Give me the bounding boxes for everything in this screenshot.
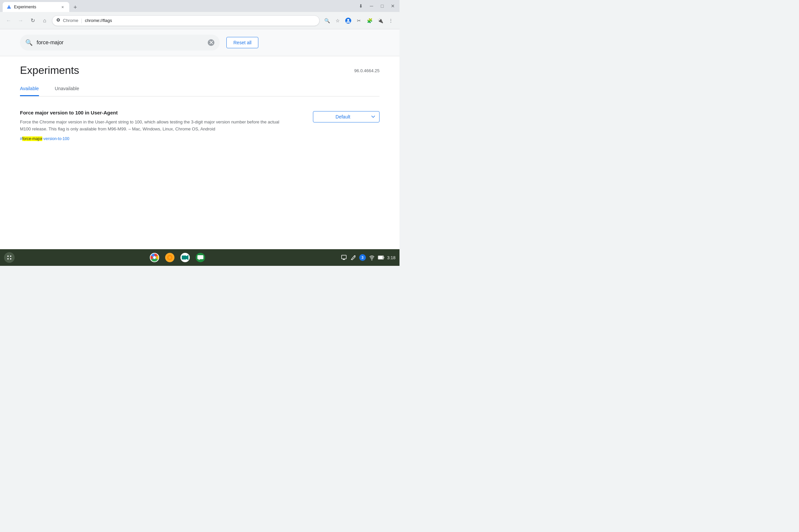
- svg-point-7: [10, 255, 11, 257]
- version-number: 96.0.4664.25: [354, 68, 379, 73]
- taskbar-number-badge: 3: [359, 254, 366, 261]
- svg-point-15: [168, 256, 171, 259]
- svg-text:!: !: [9, 6, 9, 8]
- url-brand: Chrome: [63, 18, 78, 23]
- search-clear-button[interactable]: ✕: [208, 39, 215, 46]
- tab-unavailable[interactable]: Unavailable: [55, 82, 79, 96]
- title-bar: ! Experiments ✕ + ⬇ ─ □ ✕: [0, 0, 400, 12]
- flag-select[interactable]: Default Enabled Disabled: [313, 111, 379, 122]
- taskbar-meet-app[interactable]: [179, 251, 191, 264]
- search-input[interactable]: [37, 40, 204, 45]
- menu-icon[interactable]: ⋮: [386, 16, 395, 25]
- svg-rect-21: [343, 259, 345, 260]
- flag-title: Force major version to 100 in User-Agent: [20, 110, 300, 115]
- url-separator: |: [81, 18, 82, 23]
- svg-rect-17: [182, 255, 186, 260]
- browser-frame: ! Experiments ✕ + ⬇ ─ □ ✕ ← → ↻ ⌂: [0, 0, 400, 266]
- download-icon[interactable]: ⬇: [357, 2, 365, 10]
- active-tab[interactable]: ! Experiments ✕: [3, 2, 69, 12]
- search-toolbar-icon[interactable]: 🔍: [322, 16, 332, 25]
- taskbar-battery-icon: [378, 254, 385, 261]
- page-area: 🔍 ✕ Reset all Experiments 96.0.4664.25 A…: [0, 29, 400, 249]
- url-address: chrome://flags: [85, 18, 112, 23]
- url-favicon: [56, 18, 60, 23]
- flag-description: Force the Chrome major version in the Us…: [20, 119, 280, 133]
- cast-icon[interactable]: ✂: [354, 16, 364, 25]
- taskbar-screen-icon: [340, 254, 347, 261]
- page-title: Experiments: [20, 64, 79, 77]
- svg-rect-24: [384, 257, 384, 258]
- close-button[interactable]: ✕: [389, 2, 397, 10]
- reload-button[interactable]: ↻: [28, 16, 37, 25]
- svg-rect-20: [341, 255, 346, 259]
- extension2-icon[interactable]: 🔌: [375, 16, 385, 25]
- flag-link-highlighted: force-major: [22, 136, 43, 141]
- flag-content: Force major version to 100 in User-Agent…: [20, 110, 300, 141]
- tab-favicon: !: [7, 5, 11, 9]
- tabs-container: Available Unavailable: [20, 82, 379, 96]
- home-button[interactable]: ⌂: [40, 16, 49, 25]
- taskbar-time: 3:18: [387, 255, 395, 260]
- url-bar[interactable]: Chrome | chrome://flags: [52, 15, 320, 26]
- reset-all-button[interactable]: Reset all: [226, 37, 258, 48]
- svg-point-22: [371, 260, 372, 261]
- tab-bar: ! Experiments ✕ +: [3, 0, 80, 12]
- bookmark-icon[interactable]: ☆: [333, 16, 342, 25]
- taskbar-chrome-app[interactable]: [148, 251, 161, 264]
- flag-item: Force major version to 100 in User-Agent…: [20, 104, 379, 147]
- taskbar-chat-app[interactable]: [194, 251, 207, 264]
- tab-close-button[interactable]: ✕: [60, 4, 65, 10]
- search-row: 🔍 ✕ Reset all: [0, 29, 400, 56]
- address-bar: ← → ↻ ⌂ Chrome | chrome://flags 🔍 ☆: [0, 12, 400, 29]
- extension-icon[interactable]: 🧩: [365, 16, 374, 25]
- svg-point-5: [347, 19, 349, 21]
- new-tab-button[interactable]: +: [71, 3, 80, 12]
- svg-point-6: [7, 255, 9, 257]
- search-wrapper: 🔍 ✕: [20, 35, 220, 51]
- back-button[interactable]: ←: [4, 16, 13, 25]
- toolbar-icons: 🔍 ☆ ✂ 🧩 🔌 ⋮: [322, 16, 395, 25]
- tab-title: Experiments: [14, 5, 57, 9]
- maximize-button[interactable]: □: [378, 2, 386, 10]
- search-icon: 🔍: [25, 39, 33, 46]
- taskbar-store-app[interactable]: [164, 251, 176, 264]
- window-controls: ⬇ ─ □ ✕: [357, 2, 397, 10]
- taskbar-wifi-icon: [369, 254, 375, 261]
- experiments-content: Experiments 96.0.4664.25 Available Unava…: [0, 56, 400, 249]
- taskbar-apps: [15, 251, 340, 264]
- svg-point-12: [153, 256, 156, 259]
- minimize-button[interactable]: ─: [368, 2, 375, 10]
- taskbar: 3 3:18: [0, 249, 400, 266]
- flag-link-container: #force-major-version-to-100: [20, 135, 300, 141]
- forward-button[interactable]: →: [16, 16, 25, 25]
- tab-available[interactable]: Available: [20, 82, 39, 96]
- flag-link-prefix: #: [20, 136, 22, 141]
- svg-point-9: [10, 258, 11, 260]
- taskbar-right: 3 3:18: [340, 254, 395, 261]
- experiments-header: Experiments 96.0.4664.25: [20, 56, 379, 82]
- flag-link-suffix: -version-to-100: [42, 136, 69, 141]
- profile-icon[interactable]: [343, 16, 353, 25]
- flag-select-wrapper: Default Enabled Disabled: [313, 110, 379, 122]
- flag-link[interactable]: #force-major-version-to-100: [20, 136, 69, 141]
- svg-point-8: [7, 258, 9, 260]
- taskbar-pen-icon: [350, 254, 356, 261]
- taskbar-launcher[interactable]: [4, 252, 15, 263]
- svg-rect-25: [378, 256, 383, 259]
- svg-point-3: [58, 19, 59, 21]
